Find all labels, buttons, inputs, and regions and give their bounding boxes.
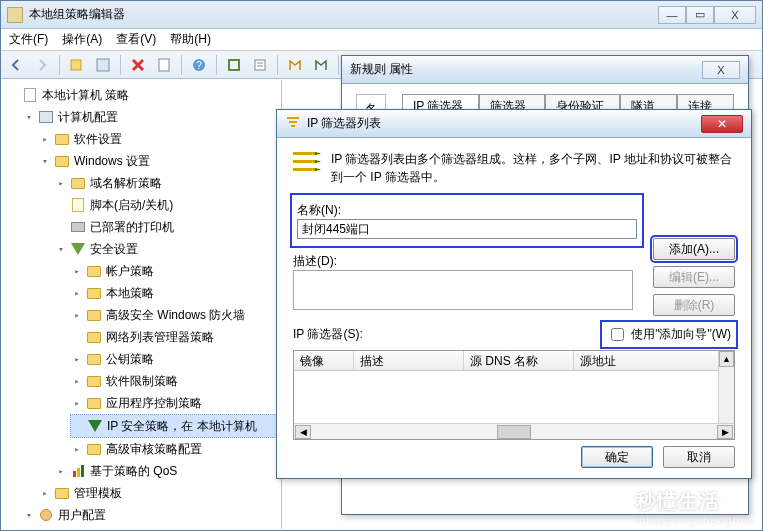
- scroll-left-icon[interactable]: ◀: [295, 425, 311, 439]
- tree-label: IP 安全策略，在 本地计算机: [107, 416, 257, 436]
- info-text: IP 筛选器列表由多个筛选器组成。这样，多个子网、IP 地址和协议可被整合到一个…: [331, 150, 735, 186]
- dialog-close-button[interactable]: X: [702, 61, 740, 79]
- export-icon[interactable]: [153, 54, 175, 76]
- tool-icon-3[interactable]: [284, 54, 306, 76]
- tree-adv-firewall[interactable]: ▸高级安全 Windows 防火墙: [70, 304, 281, 326]
- scroll-up-icon[interactable]: ▲: [719, 351, 734, 367]
- tree-computer-config[interactable]: ▾ 计算机配置: [22, 106, 281, 128]
- tree-label: 计算机配置: [58, 107, 118, 127]
- back-icon[interactable]: [5, 54, 27, 76]
- menu-file[interactable]: 文件(F): [9, 31, 48, 48]
- svg-rect-11: [291, 125, 295, 127]
- tree-dns-policy[interactable]: ▸域名解析策略: [54, 172, 281, 194]
- svg-rect-6: [255, 60, 265, 70]
- tree-label: 域名解析策略: [90, 173, 162, 193]
- wizard-label: 使用"添加向导"(W): [631, 326, 731, 343]
- cancel-button[interactable]: 取消: [663, 446, 735, 468]
- tree-qos[interactable]: ▸基于策略的 QoS: [54, 460, 281, 482]
- horizontal-scrollbar[interactable]: ◀ ▶: [294, 423, 734, 439]
- col-mirror[interactable]: 镜像: [294, 351, 354, 370]
- tool-icon-1[interactable]: [223, 54, 245, 76]
- dialog-title: 新规则 属性: [350, 61, 413, 78]
- name-input[interactable]: [297, 219, 637, 239]
- tree-adv-audit[interactable]: ▸高级审核策略配置: [70, 438, 281, 460]
- forward-icon[interactable]: [31, 54, 53, 76]
- app-icon: [7, 7, 23, 23]
- use-wizard-checkbox[interactable]: 使用"添加向导"(W): [603, 323, 735, 346]
- filter-listview[interactable]: 镜像 描述 源 DNS 名称 源地址 ▲ ◀ ▶: [293, 350, 735, 440]
- tree-label: 软件设置: [74, 129, 122, 149]
- tree-label: 本地策略: [106, 283, 154, 303]
- maximize-button[interactable]: ▭: [686, 6, 714, 24]
- delete-icon[interactable]: [127, 54, 149, 76]
- tree-windows-settings[interactable]: ▾Windows 设置: [38, 150, 281, 172]
- tree-label: 软件限制策略: [106, 371, 178, 391]
- dialog-close-button[interactable]: ✕: [701, 115, 743, 133]
- window-title: 本地组策略编辑器: [29, 6, 125, 23]
- edit-button[interactable]: 编辑(E)...: [653, 266, 735, 288]
- tool-icon-4[interactable]: [310, 54, 332, 76]
- bars-icon: [70, 463, 86, 479]
- col-src-dns[interactable]: 源 DNS 名称: [464, 351, 574, 370]
- tree-label: 软件设置: [74, 527, 122, 529]
- add-button[interactable]: 添加(A)...: [653, 238, 735, 260]
- tree-account-policy[interactable]: ▸帐户策略: [70, 260, 281, 282]
- folder-icon: [54, 131, 70, 147]
- svg-rect-10: [289, 121, 297, 123]
- policy-tree[interactable]: 本地计算机 策略 ▾ 计算机配置 ▸软件设置: [2, 84, 281, 529]
- tree-software-settings[interactable]: ▸软件设置: [38, 128, 281, 150]
- tree-root[interactable]: 本地计算机 策略: [6, 84, 281, 106]
- tree-pubkey-policy[interactable]: ▸公钥策略: [70, 348, 281, 370]
- tree-app-ctrl[interactable]: ▸应用程序控制策略: [70, 392, 281, 414]
- menu-view[interactable]: 查看(V): [116, 31, 156, 48]
- tree-label: 帐户策略: [106, 261, 154, 281]
- tree-local-policy[interactable]: ▸本地策略: [70, 282, 281, 304]
- properties-icon[interactable]: [92, 54, 114, 76]
- col-src-addr[interactable]: 源地址: [574, 351, 734, 370]
- tree-ip-sec[interactable]: IP 安全策略，在 本地计算机: [70, 414, 281, 438]
- watermark: 秒懂生活 miaodongshenghuo: [636, 488, 756, 526]
- main-window: 本地组策略编辑器 — ▭ X 文件(F) 操作(A) 查看(V) 帮助(H) ?: [0, 0, 763, 531]
- shield-icon: [70, 241, 86, 257]
- folder-icon: [54, 153, 70, 169]
- folder-icon: [86, 307, 102, 323]
- wizard-check[interactable]: [611, 328, 624, 341]
- computer-icon: [38, 109, 54, 125]
- help-icon[interactable]: ?: [188, 54, 210, 76]
- remove-button[interactable]: 删除(R): [653, 294, 735, 316]
- tree-label: 应用程序控制策略: [106, 393, 202, 413]
- tool-icon-2[interactable]: [249, 54, 271, 76]
- svg-rect-12: [293, 152, 317, 155]
- tree-label: 高级审核策略配置: [106, 439, 202, 459]
- printer-icon: [70, 219, 86, 235]
- menu-help[interactable]: 帮助(H): [170, 31, 211, 48]
- tree-label: 安全设置: [90, 239, 138, 259]
- tree-security-settings[interactable]: ▾安全设置: [54, 238, 281, 260]
- folder-icon: [86, 351, 102, 367]
- menu-action[interactable]: 操作(A): [62, 31, 102, 48]
- dialog-titlebar: 新规则 属性 X: [342, 56, 748, 84]
- tree-deployed-printers[interactable]: 已部署的打印机: [54, 216, 281, 238]
- desc-input[interactable]: [293, 270, 633, 310]
- ok-button[interactable]: 确定: [581, 446, 653, 468]
- add-icon[interactable]: [66, 54, 88, 76]
- scroll-thumb[interactable]: [497, 425, 531, 439]
- close-button[interactable]: X: [714, 6, 756, 24]
- folder-icon: [86, 395, 102, 411]
- scroll-right-icon[interactable]: ▶: [717, 425, 733, 439]
- dialog-titlebar: IP 筛选器列表 ✕: [277, 110, 751, 138]
- tree-user-config[interactable]: ▾用户配置: [22, 504, 281, 526]
- tree-label: 公钥策略: [106, 349, 154, 369]
- tree-scripts[interactable]: 脚本(启动/关机): [54, 194, 281, 216]
- folder-icon: [86, 329, 102, 345]
- minimize-button[interactable]: —: [658, 6, 686, 24]
- col-desc[interactable]: 描述: [354, 351, 464, 370]
- dialog-body: IP 筛选器列表由多个筛选器组成。这样，多个子网、IP 地址和协议可被整合到一个…: [277, 138, 751, 478]
- tree-netlist-mgr[interactable]: 网络列表管理器策略: [70, 326, 281, 348]
- titlebar: 本地组策略编辑器 — ▭ X: [1, 1, 762, 29]
- filter-icon: [285, 114, 301, 133]
- tree-admin-templates[interactable]: ▸管理模板: [38, 482, 281, 504]
- tree-user-sw-settings[interactable]: ▸软件设置: [38, 526, 281, 529]
- tree-sw-restrict[interactable]: ▸软件限制策略: [70, 370, 281, 392]
- tree-label: 已部署的打印机: [90, 217, 174, 237]
